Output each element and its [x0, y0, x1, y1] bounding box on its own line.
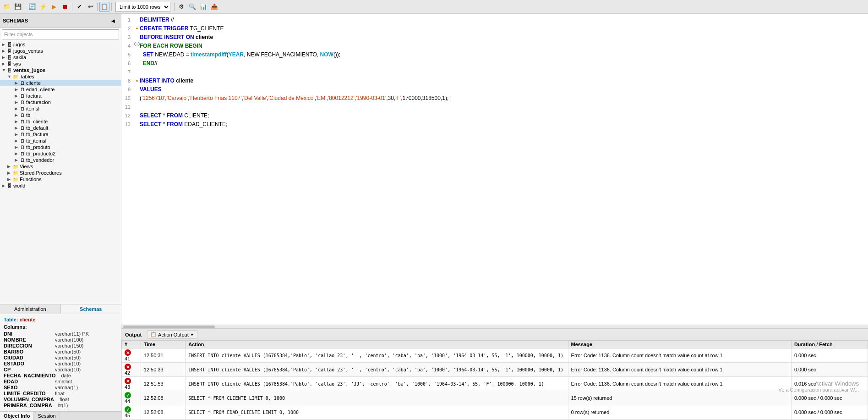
tab-schemas[interactable]: Schemas	[61, 304, 121, 314]
scrollbar-thumb[interactable]	[123, 326, 215, 328]
table-tb-cliente[interactable]: ▶ 🗒 tb_cliente	[0, 118, 121, 125]
tab-administration[interactable]: Administration	[0, 304, 61, 314]
profiler-icon[interactable]: ⚙	[176, 2, 186, 12]
toggle-tb-default[interactable]: ▶	[15, 126, 20, 130]
save-icon[interactable]: 💾	[13, 2, 23, 12]
run-query-icon[interactable]: ⚡	[38, 2, 48, 12]
code-line-10: 10 ('1256710','Carvajo','Heriberto Frías…	[121, 94, 868, 103]
toggle-tb[interactable]: ▶	[15, 113, 20, 117]
schema-world[interactable]: ▶ 🗄 world	[0, 182, 121, 189]
toggle-tb-producto2[interactable]: ▶	[15, 151, 20, 156]
column-row: CPvarchar(10)	[4, 367, 117, 372]
output-cell-message: Error Code: 1136. Column count doesn't m…	[568, 363, 791, 377]
sidebar-toggle-icon[interactable]: ◀	[108, 16, 118, 26]
table-facturacion[interactable]: ▶ 🗒 facturacion	[0, 99, 121, 105]
table-cliente[interactable]: ▶ 🗒 cliente	[0, 80, 121, 86]
output-cell-num: ✓ 45	[122, 405, 141, 420]
refresh-icon[interactable]: 🔄	[27, 2, 37, 12]
toggle-ventas-jugos[interactable]: ▼	[2, 68, 7, 72]
folder-stored-procedures[interactable]: ▶ 📁 Stored Procedures	[0, 170, 121, 176]
folder-tables[interactable]: ▼ 📁 Tables	[0, 73, 121, 80]
rollback-icon[interactable]: ↩	[85, 2, 95, 12]
limit-rows-select[interactable]: Limit to 1000 rows Limit to 200 rows Don…	[115, 2, 170, 12]
toggle-output-icon[interactable]: 📋	[99, 2, 109, 12]
toggle-tb-factura[interactable]: ▶	[15, 132, 20, 137]
folder-functions[interactable]: ▶ 📁 Functions	[0, 176, 121, 182]
table-tb-vendedor[interactable]: ▶ 🗒 tb_vendedor	[0, 157, 121, 163]
col-name: EDAD	[4, 379, 49, 384]
toggle-functions[interactable]: ▶	[7, 177, 13, 182]
filter-objects-input[interactable]	[2, 29, 119, 39]
toggle-jugos[interactable]: ▶	[2, 42, 7, 47]
schema-sakila[interactable]: ▶ 🗄 sakila	[0, 54, 121, 61]
explain-detail-icon[interactable]: 📊	[198, 2, 208, 12]
line-content-6: END//	[140, 59, 868, 68]
db-icon-ventas-jugos: 🗄	[7, 68, 12, 73]
table-tb-producto2[interactable]: ▶ 🗒 tb_producto2	[0, 150, 121, 157]
action-output-dropdown-icon[interactable]: ▼	[190, 332, 194, 337]
folder-views[interactable]: ▶ 📁 Views	[0, 163, 121, 170]
run-selection-icon[interactable]: ▶	[49, 2, 59, 12]
stored-proc-folder-icon: 📁	[13, 171, 18, 176]
toggle-tables[interactable]: ▼	[7, 74, 13, 79]
output-cell-action: SELECT * FROM CLIENTE LIMIT 0, 1000	[186, 391, 568, 405]
db-icon-world: 🗄	[7, 183, 12, 188]
table-itemsf[interactable]: ▶ 🗒 itemsf	[0, 105, 121, 112]
toggle-world[interactable]: ▶	[2, 183, 7, 188]
toggle-tb-produto[interactable]: ▶	[15, 145, 20, 149]
col-name: PRIMERA_COMPRA	[4, 403, 52, 408]
tab-session[interactable]: Session	[34, 412, 60, 420]
table-icon-factura: 🗒	[20, 94, 25, 99]
stop-icon[interactable]: ⏹	[60, 2, 70, 12]
column-row: EDADsmallint	[4, 379, 117, 384]
table-tb-factura[interactable]: ▶ 🗒 tb_factura	[0, 131, 121, 138]
table-tb-itemsf[interactable]: ▶ 🗒 tb_itemsf	[0, 138, 121, 144]
output-cell-duration: 0.000 sec / 0.000 sec	[791, 405, 868, 420]
commit-icon[interactable]: ✔	[74, 2, 84, 12]
db-icon-jugos-ventas: 🗄	[7, 49, 12, 54]
schema-jugos-ventas[interactable]: ▶ 🗄 jugos_ventas	[0, 48, 121, 54]
toggle-jugos-ventas[interactable]: ▶	[2, 49, 7, 53]
toggle-cliente[interactable]: ▶	[15, 81, 20, 85]
editor-area[interactable]: 1 DELIMITER // 2 ● CREATE TRIGGER TG_CLI…	[121, 14, 868, 325]
line-marker-4: ○	[134, 42, 140, 46]
output-header: Output 📋 Action Output ▼	[121, 329, 868, 340]
open-folder-icon[interactable]: 📁	[2, 2, 12, 12]
col-header-duration: Duration / Fetch	[791, 341, 868, 348]
table-tb-produto[interactable]: ▶ 🗒 tb_produto	[0, 144, 121, 150]
output-cell-duration: 0.000 sec	[791, 363, 868, 377]
toggle-tb-cliente[interactable]: ▶	[15, 119, 20, 124]
line-num-8: 8	[121, 77, 134, 85]
toggle-facturacion[interactable]: ▶	[15, 100, 20, 105]
column-row: DIRECCIONvarchar(150)	[4, 343, 117, 348]
toggle-views[interactable]: ▶	[7, 164, 13, 169]
action-output-tab-btn[interactable]: 📋 Action Output ▼	[147, 330, 197, 339]
schema-ventas-jugos[interactable]: ▼ 🗄 ventas_jugos	[0, 67, 121, 73]
line-num-11: 11	[121, 103, 134, 111]
toggle-tb-vendedor[interactable]: ▶	[15, 158, 20, 162]
toggle-sys[interactable]: ▶	[2, 61, 7, 66]
table-edad-cliente[interactable]: ▶ 🗒 edad_cliente	[0, 86, 121, 93]
table-icon-cliente: 🗒	[20, 81, 25, 86]
toggle-factura[interactable]: ▶	[15, 94, 20, 98]
table-tb-default[interactable]: ▶ 🗒 tb_default	[0, 125, 121, 131]
schema-jugos[interactable]: ▶ 🗄 jugos	[0, 41, 121, 48]
explain-icon[interactable]: 🔍	[187, 2, 197, 12]
table-icon-tb-default: 🗒	[20, 126, 25, 131]
toggle-stored-procedures[interactable]: ▶	[7, 171, 13, 175]
table-tb[interactable]: ▶ 🗒 tb	[0, 112, 121, 118]
output-label: Output	[125, 332, 142, 337]
toggle-tb-itemsf[interactable]: ▶	[15, 138, 20, 143]
line-content-10: ('1256710','Carvajo','Heriberto Frías 11…	[140, 94, 868, 103]
functions-folder-icon: 📁	[13, 177, 18, 182]
table-icon-itemsf: 🗒	[20, 106, 25, 111]
export-icon[interactable]: 📤	[209, 2, 219, 12]
table-factura[interactable]: ▶ 🗒 factura	[0, 93, 121, 99]
toggle-edad-cliente[interactable]: ▶	[15, 87, 20, 92]
output-cell-action: INSERT INTO cliente VALUES (16785384,'Pa…	[186, 348, 568, 363]
schema-sys[interactable]: ▶ 🗄 sys	[0, 61, 121, 67]
toggle-sakila[interactable]: ▶	[2, 55, 7, 60]
tab-object-info[interactable]: Object Info	[0, 412, 34, 420]
toggle-itemsf[interactable]: ▶	[15, 106, 20, 111]
label-functions: Functions	[20, 177, 42, 182]
